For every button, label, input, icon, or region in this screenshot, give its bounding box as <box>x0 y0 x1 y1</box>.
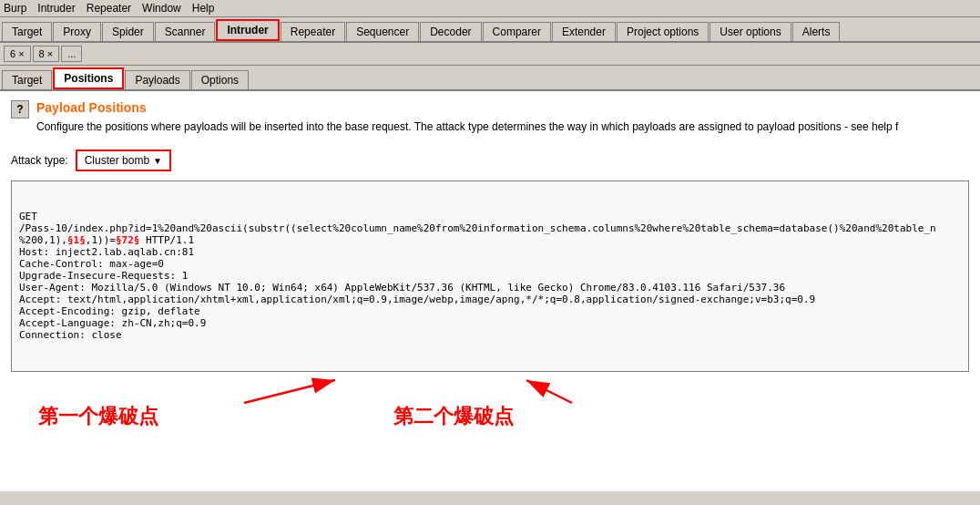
section-title: Payload Positions Configure the position… <box>36 100 898 142</box>
sub-tab-bar: TargetPositionsPayloadsOptions <box>0 66 980 91</box>
request-box[interactable]: GET/Pass-10/index.php?id=1%20and%20ascii… <box>11 180 969 372</box>
tab-top-sequencer[interactable]: Sequencer <box>346 22 419 41</box>
tab-sub-payloads[interactable]: Payloads <box>125 70 189 89</box>
tab-top-user-options[interactable]: User options <box>709 22 791 41</box>
menu-repeater[interactable]: Repeater <box>87 2 131 15</box>
tab-top-scanner[interactable]: Scanner <box>155 22 216 41</box>
tab-top-comparer[interactable]: Comparer <box>483 22 551 41</box>
annotations-area: 第一个爆破点 第二个爆破点 <box>11 376 969 458</box>
tab-sub-positions[interactable]: Positions <box>53 67 124 89</box>
tab-top-intruder[interactable]: Intruder <box>216 19 279 41</box>
menu-help[interactable]: Help <box>192 2 215 15</box>
menu-bar: Burp Intruder Repeater Window Help <box>0 0 980 17</box>
menu-window[interactable]: Window <box>142 2 181 15</box>
tab-top-spider[interactable]: Spider <box>102 22 154 41</box>
tab-top-project-options[interactable]: Project options <box>617 22 709 41</box>
annotation-2: 第二个爆破点 <box>393 403 514 430</box>
instance-tab-more[interactable]: ... <box>61 46 82 62</box>
tab-top-target[interactable]: Target <box>2 22 52 41</box>
instance-tab-8[interactable]: 8 × <box>33 46 60 62</box>
help-row: ? Payload Positions Configure the positi… <box>11 100 969 142</box>
annotation-1: 第一个爆破点 <box>38 403 158 430</box>
attack-type-row: Attack type: Cluster bomb ▼ <box>11 149 969 171</box>
instance-bar: 6 × 8 × ... <box>0 43 980 66</box>
menu-burp[interactable]: Burp <box>4 2 26 15</box>
attack-type-dropdown[interactable]: Cluster bomb ▼ <box>76 149 171 171</box>
tab-top-proxy[interactable]: Proxy <box>53 22 101 41</box>
tab-sub-options[interactable]: Options <box>191 70 249 89</box>
svg-line-2 <box>244 380 335 403</box>
menu-intruder[interactable]: Intruder <box>37 2 75 15</box>
top-tab-bar: TargetProxySpiderScannerIntruderRepeater… <box>0 17 980 43</box>
svg-line-3 <box>526 380 572 403</box>
tab-sub-target[interactable]: Target <box>2 70 52 89</box>
instance-tab-6[interactable]: 6 × <box>4 46 31 62</box>
tab-top-decoder[interactable]: Decoder <box>420 22 481 41</box>
tab-top-alerts[interactable]: Alerts <box>792 22 841 41</box>
tab-top-extender[interactable]: Extender <box>552 22 616 41</box>
help-icon[interactable]: ? <box>11 100 29 119</box>
attack-type-value: Cluster bomb <box>85 154 149 167</box>
tab-top-repeater[interactable]: Repeater <box>281 22 345 41</box>
attack-type-label: Attack type: <box>11 154 68 167</box>
dropdown-arrow-icon: ▼ <box>153 156 162 166</box>
content-area: ? Payload Positions Configure the positi… <box>0 91 980 491</box>
